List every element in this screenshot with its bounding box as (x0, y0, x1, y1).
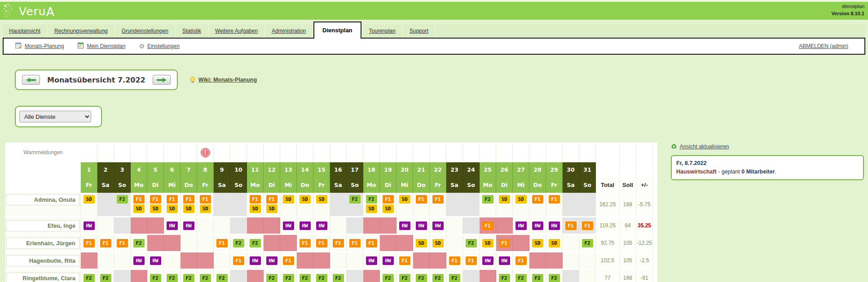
shift-cell-day-8[interactable]: F2 (197, 270, 214, 282)
shift-badge-F1[interactable]: F1 (383, 195, 394, 204)
shift-badge-F2[interactable]: F2 (233, 239, 244, 247)
shift-badge-F1[interactable]: F1 (133, 195, 145, 204)
shift-cell-day-6[interactable]: HW (164, 217, 181, 234)
shift-badge-F1[interactable]: F1 (84, 239, 95, 247)
shift-badge-F2[interactable]: F2 (84, 274, 95, 282)
shift-badge-SD[interactable]: SD (532, 239, 543, 247)
shift-cell-day-26[interactable]: SD (496, 193, 513, 216)
shift-badge-HW[interactable]: HW (482, 256, 493, 265)
shift-cell-day-1[interactable]: F2 (81, 270, 97, 282)
shift-badge-F1[interactable]: F1 (482, 221, 493, 230)
shift-badge-F1[interactable]: F1 (432, 195, 444, 204)
shift-badge-F1[interactable]: F1 (532, 195, 543, 204)
shift-cell-day-12[interactable] (264, 235, 280, 251)
shift-cell-day-3[interactable] (114, 270, 131, 282)
shift-badge-SD[interactable]: SD (150, 204, 161, 213)
shift-cell-day-23[interactable] (446, 235, 463, 251)
next-month-button[interactable] (153, 75, 171, 85)
shift-cell-day-16[interactable]: F2 (330, 270, 347, 282)
shift-badge-F2[interactable]: F2 (150, 274, 161, 282)
shift-cell-day-30[interactable] (563, 235, 579, 251)
shift-badge-HW[interactable]: HW (532, 221, 543, 230)
shift-cell-day-20[interactable]: F1 (397, 252, 413, 269)
shift-cell-day-13[interactable]: F2 (280, 270, 297, 282)
shift-badge-F1[interactable]: F1 (333, 239, 344, 247)
shift-cell-day-25[interactable]: SD (480, 235, 496, 251)
shift-badge-HW[interactable]: HW (383, 256, 394, 265)
shift-cell-day-23[interactable]: F1 (446, 252, 463, 269)
shift-cell-day-29[interactable]: F2 (546, 270, 563, 282)
shift-cell-day-12[interactable] (264, 217, 280, 234)
shift-cell-day-24[interactable]: F1 (463, 252, 480, 269)
shift-badge-HW[interactable]: HW (416, 221, 427, 230)
tab-administration[interactable]: Administration (265, 24, 312, 38)
shift-cell-day-5[interactable] (147, 235, 164, 251)
shift-badge-SD[interactable]: SD (266, 204, 278, 213)
shift-cell-day-23[interactable]: F2 (446, 270, 463, 282)
shift-cell-day-5[interactable]: HW (147, 252, 164, 269)
shift-cell-day-18[interactable] (363, 217, 380, 234)
shift-cell-day-7[interactable] (181, 252, 197, 269)
shift-cell-day-5[interactable] (147, 217, 164, 234)
shift-badge-F2[interactable]: F2 (449, 274, 460, 282)
tab-dienstplan[interactable]: Dienstplan (313, 22, 361, 39)
shift-cell-day-7[interactable]: F2 (181, 270, 197, 282)
shift-cell-day-21[interactable]: SD (413, 235, 430, 251)
shift-badge-F2[interactable]: F2 (167, 274, 178, 282)
shift-badge-F2[interactable]: F2 (216, 274, 228, 282)
shift-cell-day-2[interactable]: F1 (97, 235, 114, 251)
shift-cell-day-28[interactable]: F1 (529, 193, 546, 216)
shift-cell-day-9[interactable] (214, 217, 230, 234)
shift-cell-day-25[interactable]: F2 (480, 193, 496, 216)
shift-cell-day-16[interactable] (330, 252, 347, 269)
shift-badge-F2[interactable]: F2 (532, 274, 543, 282)
shift-cell-day-14[interactable]: SD (297, 193, 313, 216)
shift-badge-SD[interactable]: SD (549, 239, 560, 247)
shift-badge-HW[interactable]: HW (150, 256, 161, 265)
shift-cell-day-4[interactable] (131, 270, 147, 282)
shift-cell-day-10[interactable]: F1 (230, 252, 247, 269)
shift-cell-day-1[interactable]: HW (81, 217, 97, 234)
shift-badge-HW[interactable]: HW (283, 221, 294, 230)
shift-cell-day-2[interactable] (97, 193, 114, 216)
shift-badge-HW[interactable]: HW (399, 221, 410, 230)
shift-badge-SD[interactable]: SD (516, 195, 527, 204)
shift-cell-day-9[interactable]: F2 (214, 270, 230, 282)
shift-badge-HW[interactable]: HW (84, 221, 95, 230)
shift-cell-day-29[interactable] (546, 252, 563, 269)
shift-cell-day-11[interactable]: HW (247, 252, 264, 269)
shift-cell-day-8[interactable] (197, 235, 214, 251)
shift-cell-day-12[interactable]: F2 (264, 270, 280, 282)
shift-cell-day-12[interactable]: HW (264, 252, 280, 269)
shift-badge-F2[interactable]: F2 (416, 274, 427, 282)
shift-badge-F1[interactable]: F1 (499, 239, 510, 247)
shift-cell-day-3[interactable] (114, 252, 131, 269)
shift-cell-day-11[interactable]: F2 (247, 235, 264, 251)
shift-cell-day-17[interactable]: F2 (347, 193, 363, 216)
shift-cell-day-30[interactable] (563, 252, 579, 269)
shift-cell-day-13[interactable]: F1 (280, 252, 297, 269)
shift-cell-day-14[interactable] (297, 252, 313, 269)
shift-badge-SD[interactable]: SD (383, 204, 394, 213)
shift-cell-day-1[interactable]: F1 (81, 235, 97, 251)
shift-badge-HW[interactable]: HW (250, 256, 261, 265)
shift-cell-day-9[interactable] (214, 193, 230, 216)
shift-cell-day-15[interactable]: HW (313, 217, 330, 234)
shift-cell-day-7[interactable]: F1SD (181, 193, 197, 216)
shift-badge-SD[interactable]: SD (200, 204, 211, 213)
subnav-link-monats-planung[interactable]: Monats-Planung (15, 42, 64, 50)
shift-badge-F2[interactable]: F2 (316, 274, 327, 282)
shift-cell-day-20[interactable]: SD (397, 193, 413, 216)
shift-badge-HW[interactable]: HW (549, 221, 560, 230)
shift-cell-day-17[interactable] (347, 217, 363, 234)
shift-badge-F1[interactable]: F1 (100, 239, 111, 247)
shift-cell-day-14[interactable]: F1 (297, 235, 313, 251)
tab-support[interactable]: Support (403, 24, 435, 38)
shift-badge-SD[interactable]: SD (432, 239, 444, 247)
prev-month-button[interactable] (22, 75, 40, 85)
shift-badge-F1[interactable]: F1 (399, 256, 410, 265)
shift-cell-day-27[interactable] (513, 235, 529, 251)
shift-cell-day-4[interactable]: F2 (131, 235, 147, 251)
shift-cell-day-28[interactable]: SD (529, 235, 546, 251)
shift-cell-day-6[interactable] (164, 235, 181, 251)
